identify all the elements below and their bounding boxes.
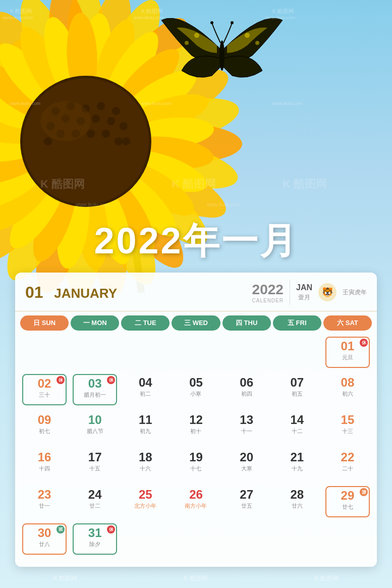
svg-point-96 — [115, 137, 123, 145]
day-number: 04 — [139, 376, 152, 389]
day-number: 01 — [341, 340, 355, 353]
cal-cell-3-6: 22二十 — [323, 447, 372, 482]
day-lunar: 元旦 — [342, 354, 353, 361]
cal-cell-1-6: 08初六 — [323, 372, 372, 407]
cal-cell-1-3: 05小寒 — [172, 372, 220, 407]
cal-cell-2-0: 09初七 — [20, 409, 69, 445]
svg-point-102 — [194, 33, 199, 38]
cal-cell-1-0: 休02三十 — [20, 372, 69, 407]
cal-cell-2-4: 13十一 — [222, 409, 271, 445]
day-lunar: 初五 — [292, 390, 303, 398]
cal-cell-0-4 — [222, 335, 271, 370]
day-number: 02 — [38, 377, 51, 390]
cal-cell-5-2 — [121, 521, 170, 557]
svg-point-94 — [87, 130, 95, 138]
day-number: 12 — [189, 413, 203, 426]
day-lunar: 十三 — [342, 427, 353, 435]
day-lunar: 小寒 — [190, 390, 201, 398]
cal-cell-1-2: 04初二 — [121, 372, 170, 407]
bottom-watermarks: K 酷图网 K 酷图网 K 酷图网 — [0, 574, 392, 583]
cal-cell-2-3: 12初十 — [172, 409, 220, 445]
day-number: 15 — [341, 413, 355, 426]
month-cn: 壹月 — [298, 293, 310, 302]
month-jan: JAN — [296, 283, 312, 292]
day-badge: 休 — [57, 376, 65, 384]
day-number: 03 — [88, 377, 102, 390]
day-number: 21 — [290, 451, 304, 464]
svg-point-104 — [245, 33, 250, 38]
cal-cell-2-1: 10腊八节 — [71, 409, 119, 445]
cal-cell-0-2 — [121, 335, 170, 370]
cal-cell-3-3: 19十七 — [172, 447, 220, 482]
day-lunar: 三十 — [39, 391, 50, 399]
cal-cell-5-6 — [323, 521, 372, 557]
cal-cell-0-3 — [172, 335, 220, 370]
day-lunar: 廿八 — [39, 541, 50, 548]
day-lunar: 廿六 — [292, 502, 303, 510]
cal-cell-1-4: 06初四 — [222, 372, 271, 407]
svg-point-101 — [231, 21, 234, 24]
cal-cell-0-5 — [273, 335, 321, 370]
day-number: 19 — [189, 451, 203, 464]
day-header-sun: 日 SUN — [20, 315, 69, 331]
day-header-weekday: 一 MON — [71, 315, 119, 331]
cal-cell-0-1 — [71, 335, 119, 370]
cal-cell-0-0 — [20, 335, 69, 370]
day-header-weekday: 二 TUE — [121, 315, 170, 331]
day-lunar: 初十 — [190, 427, 201, 435]
day-lunar: 初二 — [140, 390, 151, 398]
cal-cell-4-3: 26南方小年 — [172, 484, 220, 519]
day-lunar: 十七 — [190, 465, 201, 472]
day-number: 11 — [139, 413, 152, 426]
cal-cell-3-1: 17十五 — [71, 447, 119, 482]
day-header-sat: 六 SAT — [323, 315, 372, 331]
day-lunar: 十一 — [241, 427, 252, 435]
day-lunar: 十四 — [39, 465, 50, 472]
cal-cell-3-4: 20大寒 — [222, 447, 271, 482]
day-header-weekday: 三 WED — [172, 315, 220, 331]
bottom-wm-1: K 酷图网 — [53, 574, 77, 583]
day-number: 14 — [290, 413, 304, 426]
day-lunar: 除夕 — [89, 541, 100, 548]
day-number: 27 — [240, 488, 253, 501]
day-lunar: 廿二 — [89, 502, 100, 510]
day-number: 09 — [38, 413, 51, 426]
cal-cell-3-5: 21十九 — [273, 447, 321, 482]
cal-cell-4-4: 27廿五 — [222, 484, 271, 519]
year-label: CALENDER — [252, 298, 284, 303]
day-lunar: 大寒 — [241, 465, 252, 472]
cal-cell-0-6: 休01元旦 — [323, 335, 372, 370]
svg-point-88 — [92, 115, 100, 123]
day-number: 23 — [38, 488, 51, 501]
cal-cell-5-1: 休31除夕 — [71, 521, 119, 557]
svg-point-84 — [112, 107, 120, 115]
day-lunar: 十二 — [292, 427, 303, 435]
month-number: 01 — [25, 283, 43, 301]
cal-cell-4-6: 游29廿七 — [323, 484, 372, 519]
day-badge: 休 — [107, 376, 115, 384]
calendar-panel: 01 JANUARY 2022 CALENDER JAN 壹月 🐯 壬寅虎年 日… — [15, 273, 377, 567]
cal-cell-4-0: 23廿一 — [20, 484, 69, 519]
svg-point-91 — [44, 137, 52, 145]
day-number: 16 — [38, 451, 51, 464]
year-title: 2022年一月 — [0, 217, 392, 265]
svg-point-100 — [210, 21, 213, 24]
day-lunar: 廿一 — [39, 502, 50, 510]
cal-cell-5-5 — [273, 521, 321, 557]
svg-point-99 — [219, 40, 225, 71]
cal-cell-1-1: 休03腊月初一 — [71, 372, 119, 407]
day-lunar: 廿七 — [342, 503, 353, 511]
year-title-text: 2022年一月 — [94, 221, 298, 261]
calendar-header: 01 JANUARY 2022 CALENDER JAN 壹月 🐯 壬寅虎年 — [15, 273, 377, 311]
day-number: 13 — [240, 413, 253, 426]
day-number: 25 — [139, 488, 152, 501]
svg-point-98 — [40, 101, 91, 141]
day-lunar: 十五 — [89, 465, 100, 472]
svg-point-105 — [255, 41, 259, 45]
header-divider — [290, 280, 290, 305]
cal-cell-5-0: 班30廿八 — [20, 521, 69, 557]
day-lunar: 初七 — [39, 427, 50, 435]
day-number: 07 — [290, 376, 304, 389]
day-badge: 游 — [360, 488, 368, 496]
cal-cell-4-5: 28廿六 — [273, 484, 321, 519]
